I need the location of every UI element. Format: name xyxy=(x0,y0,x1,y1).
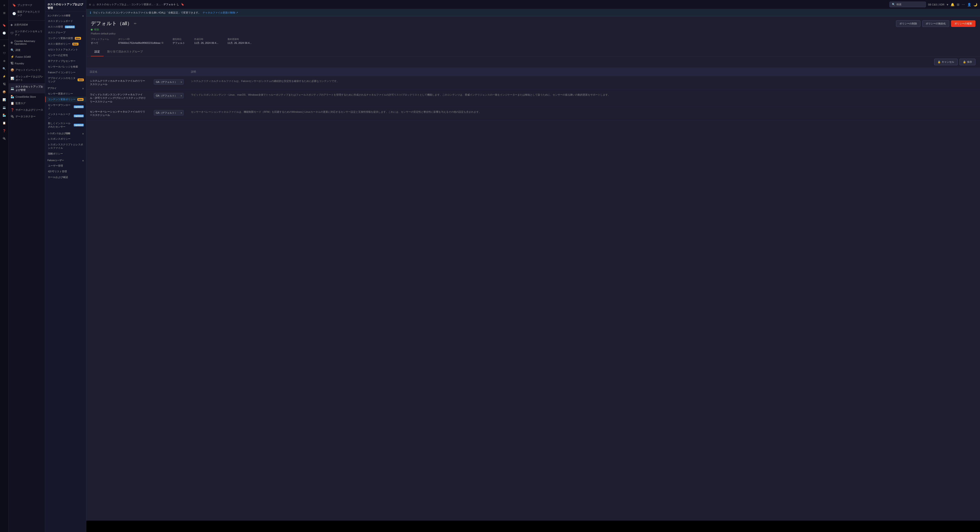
grid-topbar-icon[interactable]: ⊞ xyxy=(957,3,959,6)
section-header-falcon-users[interactable]: Falconユーザー ∧ xyxy=(45,156,86,163)
dashboard-icon[interactable]: 📊 xyxy=(1,96,8,103)
sidebar-item-support[interactable]: ❓サポートおよびリソース xyxy=(9,107,45,113)
search-box[interactable]: 🔍 検索 xyxy=(889,2,926,7)
channel-file-link[interactable]: チャネルファイル更新の制御 ↗ xyxy=(203,11,238,14)
connector-icon[interactable]: 🔌 xyxy=(1,135,8,142)
bell-icon[interactable]: 🔔 xyxy=(951,3,955,6)
sidebar-item-asset[interactable]: 📦アセットインベントリ xyxy=(9,67,45,73)
sidebar-item-dashboard[interactable]: 📊ダッシュボードおよびレポート xyxy=(9,73,45,83)
sub-nav-sensor-coverage[interactable]: センサーカバレッジを検索 xyxy=(45,64,86,70)
updated-badge: Updated xyxy=(74,124,84,126)
sub-nav-user-management[interactable]: ユーザー管理 xyxy=(45,163,86,169)
sidebar-item-counter[interactable]: ⊕Counter Adversary Operations xyxy=(9,38,45,47)
sidebar-item-host-setup[interactable]: 💻ホストのセットアップおよび管理 xyxy=(9,83,45,93)
sidebar-item-bookmarks[interactable]: 🔖ブックマーク xyxy=(11,2,43,8)
grid-icon[interactable]: ⊞ xyxy=(1,10,8,16)
breadcrumb-host-setup[interactable]: ホストのセットアップおよ... xyxy=(97,3,129,6)
recent-icon[interactable]: 🕒 xyxy=(1,30,8,37)
sub-nav-host-manage[interactable]: ホストの管理 Updated xyxy=(45,24,86,30)
clone-policy-button[interactable]: ポリシーの複製 xyxy=(951,20,975,27)
sub-nav-content-update-policy[interactable]: コンテンツ更新ポリシー New xyxy=(45,97,86,102)
sub-nav-inactive-sensors[interactable]: 非アクティブなセンサー xyxy=(45,58,86,64)
bookmark-icon[interactable]: 🔖 xyxy=(1,22,8,29)
sub-nav-host-retention[interactable]: ホスト保持ポリシー New xyxy=(45,41,86,47)
footer-bar xyxy=(86,521,980,532)
bookmark-breadcrumb-icon[interactable]: 🔖 xyxy=(181,3,184,6)
sidebar-item-audit[interactable]: 📋監査ログ xyxy=(9,100,45,107)
host-setup-icon[interactable]: 💻 xyxy=(1,104,8,111)
moon-icon[interactable]: 🌙 xyxy=(974,3,977,6)
asset-icon[interactable]: 📦 xyxy=(1,89,8,96)
meta-created: 作成日時 11月. 26, 2024 06:4... xyxy=(194,38,218,45)
tab-host-groups[interactable]: 割り当て済みホストグループ xyxy=(103,48,146,56)
support-icon[interactable]: ❓ xyxy=(1,127,8,134)
sub-nav-quarantine-policy[interactable]: 隔離ポリシー xyxy=(45,151,86,156)
sub-nav-host-dashboard[interactable]: ホストダッシュボード xyxy=(45,18,86,24)
sub-nav-response-policy[interactable]: レスポンスポリシー xyxy=(45,136,86,142)
menu-topbar-icon[interactable]: ≡ xyxy=(89,3,91,6)
chevron-down-icon[interactable]: ▾ xyxy=(947,3,948,6)
sub-nav-content-status[interactable]: コンテンツ更新の状態 New xyxy=(45,35,86,41)
setting-select-0[interactable]: GA（デフォルト） xyxy=(154,79,184,85)
hamburger-icon[interactable]: ≡ xyxy=(1,2,8,9)
siem-icon[interactable]: ◈ xyxy=(1,42,8,49)
col-value xyxy=(150,68,187,76)
cancel-button[interactable]: 🔒 キャンセル xyxy=(934,59,958,65)
breadcrumb: ホストのセットアップおよ... › コンテンツ更新ポ... › エ... › デ… xyxy=(97,3,888,6)
endpoint-icon[interactable]: 🛡 xyxy=(1,50,8,57)
sidebar-item-endpoint[interactable]: 🛡エンドポイントセキュリティ xyxy=(9,28,45,38)
sidebar-item-recent[interactable]: 🕒最近アクセスしたリンク xyxy=(11,8,43,19)
sub-nav-host-groups[interactable]: ホストグループ xyxy=(45,30,86,35)
info-icon: ℹ xyxy=(90,11,91,14)
policy-actions: ポリシーの削除 ポリシーの無効化 ポリシーの複製 xyxy=(896,20,975,27)
sidebar-item-foundry[interactable]: 🏗Foundry xyxy=(9,60,45,67)
edit-icon[interactable]: ✏ xyxy=(134,22,137,25)
disable-policy-button[interactable]: ポリシーの無効化 xyxy=(922,20,949,27)
sub-nav-install-token[interactable]: インストールトークン Updated xyxy=(45,111,86,121)
section-header-deploy[interactable]: デプロイ ∧ xyxy=(45,84,86,91)
sub-nav-newly-installed[interactable]: 新しくインストールされたセンサー Updated xyxy=(45,121,86,130)
breadcrumb-content-update[interactable]: コンテンツ更新ポ... xyxy=(131,3,153,6)
sub-nav-zero-trust[interactable]: ゼロトラストアセスメント xyxy=(45,47,86,53)
sub-nav-sensor-update[interactable]: センサー更新ポリシー xyxy=(45,91,86,97)
sidebar: 🔖ブックマーク 🕒最近アクセスしたリンク ◈次世代SIEM 🛡エンドポイントセキ… xyxy=(9,0,45,532)
updated-badge: Updated xyxy=(74,115,84,117)
sub-sidebar: ホストのセットアップおよび管理 エンドポイントの管理 ∧ ホストダッシュボード … xyxy=(45,0,86,532)
save-button[interactable]: 🔒 保存 xyxy=(959,59,975,65)
store-icon[interactable]: 🏪 xyxy=(1,112,8,119)
breadcrumb-e[interactable]: エ... xyxy=(156,3,161,6)
sub-nav-roles[interactable]: ロールおよび確認 xyxy=(45,174,86,180)
sidebar-item-connector[interactable]: 🔌データコネクター xyxy=(9,113,45,120)
sub-nav-sensor-download[interactable]: センサーダウンロード Updated xyxy=(45,102,86,111)
sidebar-item-investigate[interactable]: 🔍調査 xyxy=(9,47,45,53)
sidebar-item-store[interactable]: 🏪CrowdStrike Store xyxy=(9,93,45,100)
topbar-right: SB C&S | XDR ▾ 🔔 ⊞ ⋯ 👤 🌙 xyxy=(928,3,977,6)
sub-nav-deployment-monitor[interactable]: デプロイメントのモニタリング New xyxy=(45,75,86,84)
sub-nav-falcon-icon[interactable]: Falconアイコンポリシー xyxy=(45,70,86,75)
copy-icon[interactable]: ⧉ xyxy=(162,41,163,44)
sidebar-item-siem[interactable]: ◈次世代SIEM xyxy=(9,21,45,28)
setting-select-2[interactable]: GA（デフォルト） xyxy=(154,110,184,115)
delete-policy-button[interactable]: ポリシーの削除 xyxy=(896,20,920,27)
chevron-up-icon: ∧ xyxy=(82,132,84,135)
tab-settings[interactable]: 設定 xyxy=(91,48,103,56)
user-icon[interactable]: 👤 xyxy=(967,3,971,6)
lock-save-icon: 🔒 xyxy=(963,61,966,64)
section-header-response[interactable]: レスポンスおよび隔離 ∧ xyxy=(45,130,86,136)
setting-select-1[interactable]: GA（デフォルト） xyxy=(154,93,184,98)
col-description: 説明 xyxy=(187,68,980,76)
foundry-icon[interactable]: 🏗 xyxy=(1,81,8,88)
section-header-endpoint[interactable]: エンドポイントの管理 ∧ xyxy=(45,12,86,18)
sub-nav-sensor-health[interactable]: センサーの正常性 xyxy=(45,53,86,58)
apps-icon[interactable]: ⋯ xyxy=(962,3,965,6)
sidebar-item-fusion[interactable]: ⚡Fusion SOAR xyxy=(9,53,45,60)
investigate-icon[interactable]: 🔍 xyxy=(1,65,8,72)
fusion-soar-icon[interactable]: ⚡ xyxy=(1,73,8,80)
sub-nav-response-scripts[interactable]: レスポンススクリプトとレスポンスファイル xyxy=(45,142,86,151)
sub-nav-allowlist[interactable]: #許可リスト管理 xyxy=(45,169,86,174)
audit-icon[interactable]: 📋 xyxy=(1,119,8,126)
home-icon[interactable]: ⌂ xyxy=(93,3,94,6)
meta-platform: プラットフォーム すべて xyxy=(91,38,109,45)
counter-adversary-icon[interactable]: ⊕ xyxy=(1,57,8,64)
policy-title: デフォルト（all） ✏ xyxy=(91,20,137,27)
